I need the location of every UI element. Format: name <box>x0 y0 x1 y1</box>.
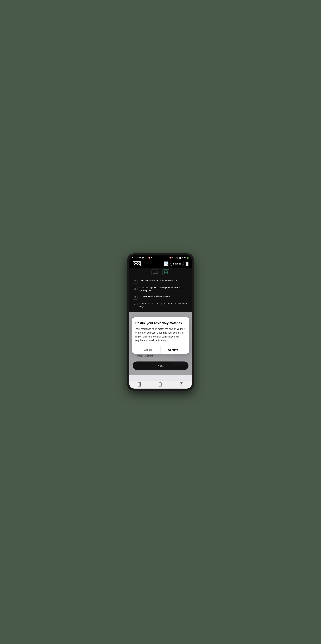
mute-icon: 🔇 <box>169 257 172 259</box>
feature-icon-reserves <box>133 295 137 300</box>
talk-icon: 💬 <box>142 257 144 259</box>
hero-icons <box>133 270 189 275</box>
modal-overlay: Ensure your residency matches Your resid… <box>129 312 192 375</box>
android-back-button[interactable]: ❮ <box>180 382 183 387</box>
form-inner: S...r... En... or... Country or region o… <box>129 312 192 375</box>
battery-label: 47% <box>182 257 186 259</box>
bluetooth-icon: ⚡ <box>145 257 147 259</box>
lte-label: LTE+ <box>172 257 177 259</box>
svg-rect-2 <box>153 272 154 273</box>
app-nav-bar: OKX 🔍 Sign up ≡ <box>129 260 192 268</box>
feature-text-4: New users can earn up to 30% APY in the … <box>140 302 189 308</box>
svg-rect-6 <box>166 272 168 274</box>
feature-icon-users <box>133 279 137 284</box>
status-left: KT 10:33 💬 ⚡ ⏰ • <box>132 256 152 259</box>
svg-rect-9 <box>134 288 136 290</box>
modal-confirm-button[interactable]: Confirm <box>161 346 186 354</box>
modal-cancel-button[interactable]: Cancel <box>135 346 161 354</box>
features-list: Join 18 million users and trade with us … <box>133 278 189 310</box>
android-recents-button[interactable]: ||| <box>138 382 141 387</box>
search-button[interactable]: 🔍 <box>164 262 168 266</box>
feature-icon-bot <box>133 286 137 291</box>
svg-rect-4 <box>166 271 168 272</box>
modal-body: Your residence must match the one on you… <box>135 327 186 342</box>
svg-point-16 <box>136 304 136 304</box>
android-nav-bar: ||| ○ ❮ <box>129 381 192 388</box>
main-form-section: S...r... En... or... Country or region o… <box>129 312 192 381</box>
svg-point-7 <box>134 280 135 281</box>
phone-frame: KT 10:33 💬 ⚡ ⏰ • 🔇 LTE+ ▌▌▌ 47% 🔋 OKX 🔍 <box>127 254 194 390</box>
svg-rect-0 <box>153 271 158 274</box>
phone-screen: KT 10:33 💬 ⚡ ⏰ • 🔇 LTE+ ▌▌▌ 47% 🔋 OKX 🔍 <box>129 256 192 388</box>
svg-rect-3 <box>165 271 166 272</box>
menu-button[interactable]: ≡ <box>186 262 189 266</box>
feature-item-4: New users can earn up to 30% APY in the … <box>133 301 189 310</box>
time-label: 10:33 <box>136 256 141 259</box>
svg-point-13 <box>135 287 135 288</box>
carrier-label: KT <box>132 256 135 259</box>
feature-item-2: Discover high-yield trading bots in the … <box>133 285 189 294</box>
svg-point-11 <box>135 288 136 289</box>
dot-icon: • <box>151 256 152 259</box>
hero-icon-1 <box>151 270 159 275</box>
feature-icon-apy <box>133 302 137 307</box>
feature-text-1: Join 18 million users and trade with us <box>140 279 177 282</box>
hero-icon-2 <box>162 270 170 275</box>
signup-button[interactable]: Sign up <box>171 262 184 266</box>
status-bar: KT 10:33 💬 ⚡ ⏰ • 🔇 LTE+ ▌▌▌ 47% 🔋 <box>129 256 192 260</box>
android-home-button[interactable]: ○ <box>159 382 162 387</box>
battery-icon: 🔋 <box>187 257 189 259</box>
modal-title: Ensure your residency matches <box>135 322 186 325</box>
feature-text-2: Discover high-yield trading bots in the … <box>140 286 189 292</box>
svg-rect-1 <box>153 272 155 272</box>
feature-item-3: 1:1 reserves for all user assets <box>133 294 189 301</box>
svg-point-10 <box>134 288 135 289</box>
svg-rect-5 <box>165 272 166 274</box>
hero-section: Join 18 million users and trade with us … <box>129 268 192 312</box>
modal-actions: Cancel Confirm <box>135 346 186 354</box>
alarm-icon: ⏰ <box>148 257 150 259</box>
feature-item-1: Join 18 million users and trade with us <box>133 278 189 285</box>
residency-modal: Ensure your residency matches Your resid… <box>132 317 189 354</box>
feature-text-3: 1:1 reserves for all user assets <box>140 295 170 298</box>
svg-point-8 <box>135 280 136 281</box>
status-right: 🔇 LTE+ ▌▌▌ 47% 🔋 <box>169 257 189 259</box>
signal-bars-icon: ▌▌▌ <box>178 257 181 259</box>
nav-right-actions: 🔍 Sign up ≡ <box>164 262 188 266</box>
okx-logo: OKX <box>133 261 141 266</box>
